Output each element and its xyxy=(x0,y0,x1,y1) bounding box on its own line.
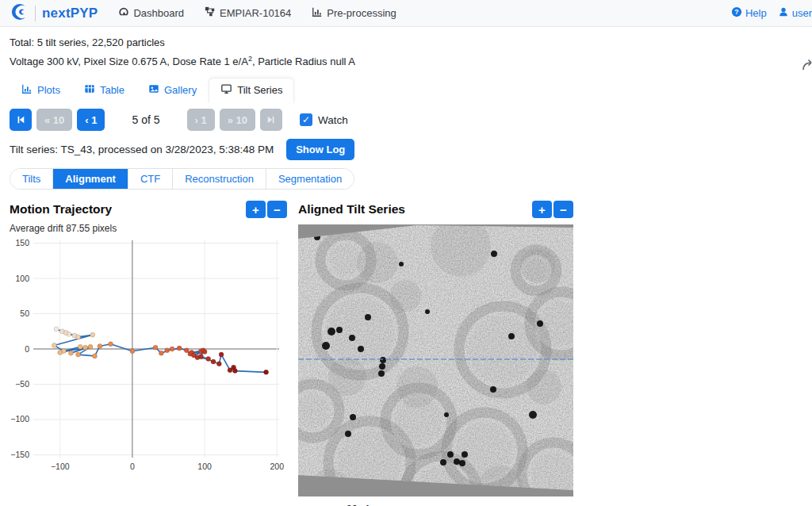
help-link[interactable]: ? Help xyxy=(731,6,767,20)
tab-alignment[interactable]: Alignment xyxy=(53,169,128,189)
svg-text:−50: −50 xyxy=(15,379,29,389)
tab-plots[interactable]: Plots xyxy=(10,78,72,103)
trajectory-point xyxy=(202,350,207,355)
user-icon xyxy=(778,6,789,20)
trajectory-point xyxy=(83,346,88,351)
back-1-button[interactable]: ‹ 1 xyxy=(77,109,105,131)
nav-item-preprocessing[interactable]: Pre-processing xyxy=(312,6,396,20)
svg-text:−100: −100 xyxy=(10,415,29,424)
forward-1-button[interactable]: › 1 xyxy=(187,109,215,131)
gauge-icon xyxy=(118,6,129,20)
nav-item-label: Pre-processing xyxy=(327,7,396,19)
trajectory-point xyxy=(76,335,81,339)
summary-line-1: Total: 5 tilt series, 22,520 particles xyxy=(10,35,802,51)
svg-text:?: ? xyxy=(734,8,738,16)
help-icon: ? xyxy=(731,6,742,20)
trajectory-point xyxy=(170,347,174,351)
show-log-button[interactable]: Show Log xyxy=(286,139,354,160)
svg-text:100: 100 xyxy=(197,462,212,471)
trajectory-point xyxy=(177,346,182,351)
watch-toggle[interactable]: ✓ Watch xyxy=(300,113,348,126)
page-status: 5 of 5 xyxy=(132,113,159,126)
svg-text:−150: −150 xyxy=(10,450,29,459)
chart-icon xyxy=(312,6,323,20)
svg-text:−100: −100 xyxy=(51,462,70,471)
trajectory-point xyxy=(76,352,81,357)
trajectory-point xyxy=(264,370,269,375)
trajectory-point xyxy=(88,345,93,350)
zoom-in-button[interactable]: + xyxy=(246,201,266,218)
svg-text:50: 50 xyxy=(20,309,29,318)
back-10-button[interactable]: « 10 xyxy=(36,109,72,131)
trajectory-point xyxy=(54,327,59,332)
user-label: user xyxy=(792,7,812,19)
share-icon[interactable] xyxy=(802,59,812,75)
nav-item-label: Dashboard xyxy=(133,7,184,19)
plots-icon xyxy=(21,83,33,97)
watch-label: Watch xyxy=(318,114,348,126)
tilt-image[interactable] xyxy=(298,224,573,496)
forward-10-button[interactable]: » 10 xyxy=(220,109,255,131)
trajectory-point xyxy=(216,362,221,366)
trajectory-point xyxy=(52,343,56,348)
detail-tabs: Tilts Alignment CTF Reconstruction Segme… xyxy=(10,168,354,190)
first-page-button[interactable] xyxy=(10,109,32,131)
watch-checkbox[interactable]: ✓ xyxy=(300,113,312,126)
tab-table[interactable]: Table xyxy=(72,78,136,103)
nav-item-dashboard[interactable]: Dashboard xyxy=(118,6,184,20)
zoom-in-button[interactable]: + xyxy=(532,201,552,218)
help-label: Help xyxy=(745,7,767,19)
nextpyp-logo-icon xyxy=(10,2,29,25)
summary-line-2: Voltage 300 kV, Pixel Size 0.675 A, Dose… xyxy=(10,51,802,70)
trajectory-point xyxy=(63,331,68,335)
svg-text:100: 100 xyxy=(15,274,29,283)
trajectory-point xyxy=(98,344,102,349)
trajectory-point xyxy=(153,346,158,351)
trajectory-point xyxy=(130,349,135,354)
motion-trajectory-chart: 150100500−50−100−150−1000100200 xyxy=(10,236,285,473)
brand-name: nextPYP xyxy=(42,6,98,21)
gallery-icon xyxy=(148,83,159,97)
tab-label: Plots xyxy=(37,84,60,96)
svg-text:150: 150 xyxy=(15,238,29,247)
tab-label: Table xyxy=(100,84,124,96)
tab-label: Tilt Series xyxy=(237,84,282,96)
trajectory-point xyxy=(199,355,204,359)
tilt-series-info: Tilt series: TS_43, processed on 3/28/20… xyxy=(10,144,274,155)
last-page-button[interactable] xyxy=(260,109,282,131)
trajectory-point xyxy=(78,345,82,350)
svg-text:0: 0 xyxy=(25,344,29,354)
trajectory-point xyxy=(184,348,189,353)
tab-label: Gallery xyxy=(164,84,197,96)
brand[interactable]: nextPYP xyxy=(10,2,98,25)
brand-divider xyxy=(35,6,36,21)
trajectory-point xyxy=(68,351,73,356)
view-tabs: Plots Table Gallery Tilt Series xyxy=(10,78,802,103)
nav-item-label: EMPIAR-10164 xyxy=(220,7,291,19)
panel-title: Aligned Tilt Series xyxy=(298,202,405,217)
tab-gallery[interactable]: Gallery xyxy=(136,78,209,103)
nav-item-project[interactable]: EMPIAR-10164 xyxy=(205,6,291,20)
tab-tilt-series[interactable]: Tilt Series xyxy=(209,78,294,103)
trajectory-point xyxy=(159,351,163,356)
project-icon xyxy=(205,6,216,20)
tab-reconstruction[interactable]: Reconstruction xyxy=(173,169,266,189)
tab-ctf[interactable]: CTF xyxy=(128,169,173,189)
zoom-out-button[interactable]: − xyxy=(267,201,287,218)
trajectory-point xyxy=(58,351,63,355)
zoom-out-button[interactable]: − xyxy=(553,201,573,218)
svg-text:200: 200 xyxy=(270,462,284,471)
tab-tilts[interactable]: Tilts xyxy=(10,169,53,189)
table-icon xyxy=(84,83,95,97)
user-link[interactable]: user xyxy=(778,6,812,20)
trajectory-point xyxy=(165,348,170,353)
tab-segmentation[interactable]: Segmentation xyxy=(266,169,354,189)
trajectory-point xyxy=(206,357,211,362)
trajectory-point xyxy=(90,333,95,338)
panel-title: Motion Trajectory xyxy=(10,202,112,217)
trajectory-point xyxy=(232,369,237,374)
average-drift-label: Average drift 87.55 pixels xyxy=(10,223,287,234)
monitor-icon xyxy=(220,83,232,97)
motion-trajectory-panel: Motion Trajectory + − Average drift 87.5… xyxy=(10,201,287,506)
aligned-tilt-series-panel: Aligned Tilt Series + − xyxy=(298,201,573,506)
